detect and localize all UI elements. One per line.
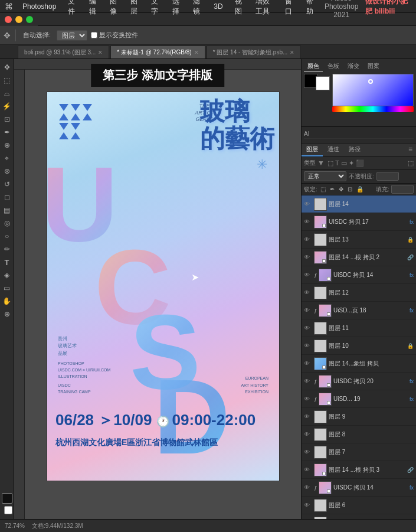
menu-edit[interactable]: 编辑	[87, 0, 100, 18]
layers-panel-menu[interactable]: ≡	[405, 143, 416, 156]
crop-tool[interactable]: ⊡	[1, 113, 13, 125]
tab-close-2[interactable]: ✕	[290, 50, 294, 56]
show-transform-checkbox[interactable]	[91, 32, 97, 38]
lock-image-btn[interactable]: ✒	[329, 185, 336, 193]
menu-image[interactable]: 图像	[107, 0, 121, 18]
layer-visibility-toggle[interactable]: 👁	[304, 502, 312, 508]
layer-item[interactable]: 👁图层 10🔒	[302, 337, 416, 355]
layer-visibility-toggle[interactable]: 👁	[304, 342, 312, 349]
layer-visibility-toggle[interactable]: 👁	[304, 396, 312, 402]
tab-paths[interactable]: 路径	[344, 143, 365, 156]
dodge-tool[interactable]: ○	[1, 230, 13, 242]
layer-visibility-toggle[interactable]: 👁	[304, 466, 312, 473]
foreground-color[interactable]	[2, 493, 12, 504]
lock-position-btn[interactable]: ✥	[338, 185, 345, 193]
menu-3d[interactable]: 3D	[211, 1, 225, 12]
tab-layers[interactable]: 图层	[302, 143, 323, 156]
layers-icon-pixel[interactable]: ⬚	[327, 159, 333, 167]
layers-filter-btn[interactable]: ▼	[317, 159, 325, 167]
layers-icon-color[interactable]: ⬛	[356, 159, 364, 167]
hand-tool[interactable]: ✋	[1, 295, 13, 307]
layer-item[interactable]: 👁ƒUiSDC 拷贝 14fx	[302, 266, 416, 284]
lock-transparent-btn[interactable]: ⬚	[319, 185, 327, 193]
layers-icon-shape[interactable]: ▭	[341, 159, 347, 167]
move-tool-icon[interactable]: ✥	[4, 31, 11, 40]
fill-input[interactable]: 100%	[391, 185, 414, 194]
layers-icon-type[interactable]: T	[335, 159, 339, 167]
layer-item[interactable]: 👁图层 7	[302, 443, 416, 461]
layer-visibility-toggle[interactable]: 👁	[304, 307, 312, 314]
pen-tool[interactable]: ✏	[1, 243, 13, 255]
path-selection-tool[interactable]: ◈	[1, 269, 13, 281]
lock-all-btn[interactable]: 🔒	[355, 185, 365, 193]
menu-filter[interactable]: 滤镜	[191, 0, 204, 18]
tab-close-0[interactable]: ✕	[98, 50, 103, 56]
text-tool[interactable]: T	[1, 256, 13, 268]
layer-item[interactable]: 👁ƒUiSD... 19fx	[302, 390, 416, 408]
background-color-swatch[interactable]	[316, 76, 330, 90]
tab-0[interactable]: boli.psd @ 93.1% (图层 3... ✕	[18, 45, 109, 58]
lasso-tool[interactable]: ⌓	[1, 87, 13, 99]
magic-wand-tool[interactable]: ⚡	[1, 100, 13, 112]
menu-app[interactable]: Photoshop	[20, 1, 58, 12]
layer-visibility-toggle[interactable]: 👁	[304, 431, 312, 438]
layers-filter-toggle[interactable]: ⬚	[408, 159, 414, 167]
clone-tool[interactable]: ⊛	[1, 165, 13, 177]
opacity-input[interactable]: 30%	[376, 172, 399, 181]
layer-visibility-toggle[interactable]: 👁	[304, 360, 312, 367]
layer-visibility-toggle[interactable]: 👁	[304, 413, 312, 420]
menu-text[interactable]: 文字	[149, 0, 162, 18]
tab-gradients[interactable]: 渐变	[344, 61, 363, 71]
menu-plugins[interactable]: 增效工具	[253, 0, 276, 18]
layer-visibility-toggle[interactable]: 👁	[304, 378, 312, 384]
eraser-tool[interactable]: ◻	[1, 191, 13, 203]
layer-item[interactable]: 👁ƒUISDC 拷贝 14fx	[302, 479, 416, 497]
layer-item[interactable]: 👁ƒUiSD...页 18fx	[302, 302, 416, 319]
layer-visibility-toggle[interactable]: 👁	[304, 449, 312, 455]
tab-patterns[interactable]: 图案	[364, 61, 383, 71]
move-tool[interactable]: ✥	[1, 61, 13, 73]
layer-item[interactable]: 👁图层 14 ...根 拷贝 3🔗	[302, 461, 416, 479]
lock-artboard-btn[interactable]: ⊡	[346, 185, 353, 193]
layer-item[interactable]: 👁图层 5🔒	[302, 514, 416, 519]
gradient-tool[interactable]: ▤	[1, 204, 13, 216]
color-picker-cursor[interactable]	[368, 79, 373, 84]
tab-2[interactable]: * 图层 14 - 智能对象组.psb... ✕	[207, 45, 302, 58]
canvas-area[interactable]: 第三步 添加文字排版	[14, 59, 301, 519]
layer-item[interactable]: 👁图层 8	[302, 426, 416, 443]
layer-visibility-toggle[interactable]: 👁	[304, 484, 312, 491]
layer-visibility-toggle[interactable]: 👁	[304, 254, 312, 260]
layer-item[interactable]: 👁图层 9	[302, 408, 416, 426]
layer-item[interactable]: 👁图层 13🔒	[302, 231, 416, 249]
eyedropper-tool[interactable]: ✒	[1, 126, 13, 138]
layer-item[interactable]: 👁图层 14 ...根 拷贝 2🔗	[302, 249, 416, 266]
zoom-tool[interactable]: ⊕	[1, 308, 13, 320]
brush-tool[interactable]: ⌖	[1, 152, 13, 164]
hue-slider[interactable]	[332, 106, 414, 112]
menu-window[interactable]: 窗口	[283, 0, 296, 18]
layer-item[interactable]: 👁图层 12	[302, 284, 416, 302]
layer-item[interactable]: 👁图层 6	[302, 497, 416, 514]
blend-mode-select[interactable]: 正常	[304, 171, 346, 181]
color-gradient-field[interactable]	[332, 74, 414, 106]
apple-menu[interactable]: ⌘	[5, 2, 13, 11]
menu-view[interactable]: 视图	[232, 0, 246, 18]
menu-file[interactable]: 文件	[65, 0, 79, 18]
tab-swatches[interactable]: 色板	[324, 61, 343, 71]
show-transform-label[interactable]: 显示变换控件	[91, 31, 138, 40]
blur-tool[interactable]: ◎	[1, 217, 13, 229]
minimize-button[interactable]	[15, 16, 22, 23]
menu-layer[interactable]: 图层	[128, 0, 142, 18]
history-brush[interactable]: ↺	[1, 178, 13, 190]
menu-select[interactable]: 选择	[170, 0, 184, 18]
tab-channels[interactable]: 通道	[323, 143, 344, 156]
shape-tool[interactable]: ▭	[1, 282, 13, 294]
layer-visibility-toggle[interactable]: 👁	[304, 201, 312, 207]
auto-select-dropdown[interactable]: 图层	[57, 30, 87, 41]
layer-item[interactable]: 👁ƒUISDC 拷贝 20fx	[302, 373, 416, 390]
layers-icon-smart[interactable]: ✦	[349, 159, 354, 167]
maximize-button[interactable]	[26, 16, 33, 23]
menu-help[interactable]: 帮助	[304, 0, 317, 18]
layer-visibility-toggle[interactable]: 👁	[304, 236, 312, 243]
layers-list[interactable]: 👁图层 14👁UISDC 拷贝 17fx👁图层 13🔒👁图层 14 ...根 拷…	[302, 195, 416, 519]
